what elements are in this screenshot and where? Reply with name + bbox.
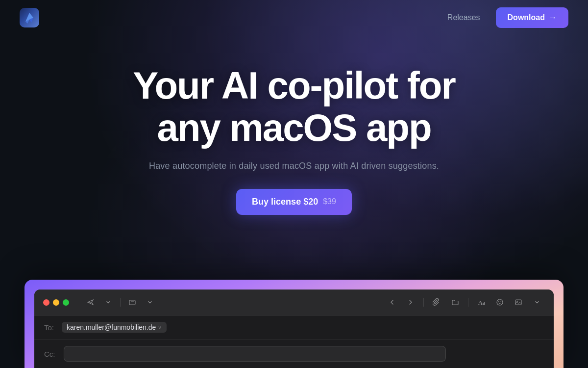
compose-icon (128, 298, 136, 306)
logo-svg (23, 11, 36, 25)
forward-button[interactable] (403, 295, 418, 309)
recipient-tag[interactable]: karen.muller@funmobilien.de ∨ (62, 322, 167, 333)
maximize-dot[interactable] (63, 299, 69, 306)
download-arrow: → (549, 13, 557, 22)
svg-point-6 (516, 301, 517, 302)
chevron-down-icon (106, 300, 111, 305)
app-logo-icon (20, 8, 39, 27)
cta-button[interactable]: Buy license $20 $39 (236, 189, 352, 215)
compose-chevron-icon (147, 300, 152, 305)
hero-title: Your AI co-pilot for any macOS app (20, 65, 568, 149)
nav-links: Releases Download → (440, 7, 568, 28)
font-icon: Aa (477, 298, 485, 306)
image-chevron-button[interactable] (529, 295, 545, 309)
hero-section: Your AI co-pilot for any macOS app Have … (0, 35, 588, 235)
font-button[interactable]: Aa (473, 295, 489, 309)
hero-title-line2: any macOS app (157, 106, 431, 149)
app-preview-container: Aa (24, 280, 564, 368)
compose-chevron-button[interactable] (142, 295, 158, 309)
download-button[interactable]: Download → (496, 7, 568, 28)
image-chevron-icon (535, 300, 539, 305)
svg-text:Aa: Aa (478, 299, 485, 306)
to-value: karen.muller@funmobilien.de ∨ (62, 322, 167, 333)
folder-icon (451, 298, 459, 306)
releases-link[interactable]: Releases (440, 9, 488, 26)
toolbar-right: Aa (384, 295, 545, 309)
folder-button[interactable] (447, 295, 463, 309)
emoji-button[interactable] (492, 295, 508, 309)
recipient-chevron: ∨ (158, 324, 162, 331)
logo-container[interactable] (20, 8, 39, 27)
attachment-icon (433, 298, 441, 306)
toolbar-actions (83, 295, 378, 309)
window-controls (43, 299, 69, 306)
send-button[interactable] (83, 295, 98, 309)
chevron-down-button[interactable] (100, 295, 116, 309)
cc-input[interactable] (64, 346, 446, 362)
svg-point-4 (500, 301, 501, 302)
minimize-dot[interactable] (53, 299, 59, 306)
svg-rect-0 (129, 300, 135, 305)
image-button[interactable] (511, 295, 526, 309)
toolbar-divider-1 (120, 298, 121, 307)
cta-original-price: $39 (323, 197, 336, 206)
hero-title-line1: Your AI co-pilot for (133, 64, 455, 107)
back-icon (388, 298, 396, 306)
emoji-icon (496, 298, 504, 306)
cc-label: Cc: (44, 350, 62, 358)
mail-window: Aa (34, 289, 554, 368)
compose-button[interactable] (124, 295, 140, 309)
app-preview-bg: Aa (24, 280, 564, 368)
svg-point-3 (498, 301, 499, 302)
svg-point-2 (497, 299, 503, 305)
mail-to-field: To: karen.muller@funmobilien.de ∨ (34, 315, 554, 340)
send-icon (87, 298, 95, 306)
attachment-button[interactable] (429, 295, 444, 309)
navbar: Releases Download → (0, 0, 588, 35)
toolbar-divider-2 (423, 298, 424, 307)
mail-cc-field: Cc: (34, 340, 554, 368)
recipient-email: karen.muller@funmobilien.de (67, 323, 156, 331)
back-button[interactable] (384, 295, 400, 309)
cta-label: Buy license $20 (252, 197, 318, 207)
to-label: To: (44, 323, 62, 332)
hero-subtitle: Have autocomplete in daily used macOS ap… (20, 161, 568, 171)
close-dot[interactable] (43, 299, 49, 306)
download-label: Download (508, 13, 545, 22)
mail-toolbar: Aa (34, 289, 554, 315)
forward-icon (407, 298, 415, 306)
image-icon (514, 298, 522, 306)
toolbar-divider-3 (468, 298, 468, 307)
svg-rect-5 (515, 300, 521, 305)
mail-content: To: karen.muller@funmobilien.de ∨ Cc: (34, 315, 554, 368)
